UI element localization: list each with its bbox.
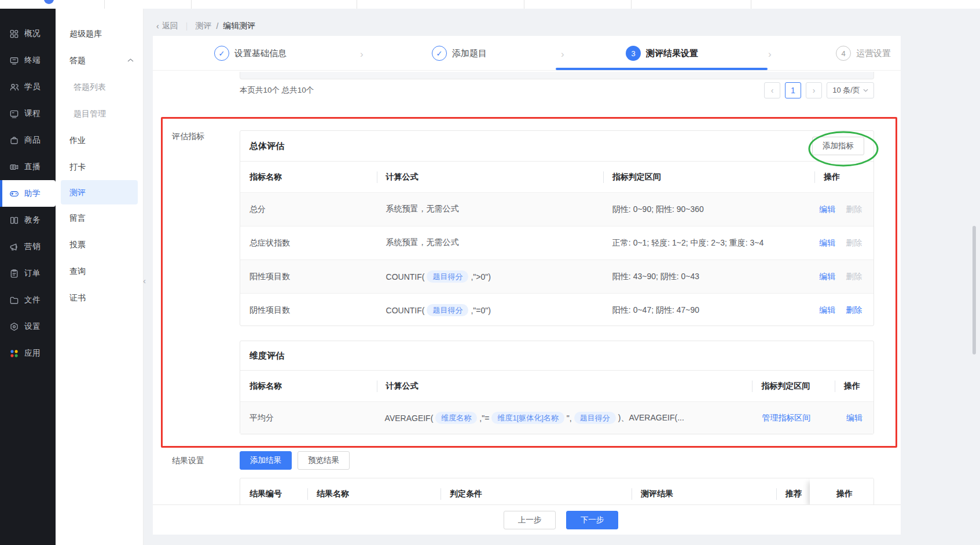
sidebar-item-orders[interactable]: 订单 (0, 260, 56, 287)
back-link[interactable]: ‹返回 (156, 21, 178, 31)
column-header: 操作 (814, 172, 873, 182)
sidebar-collapse-chevron-icon[interactable]: ‹ (143, 272, 150, 288)
step-1[interactable]: ✓设置基础信息 (214, 46, 287, 61)
row-actions: 编辑删除 (814, 272, 873, 282)
live-icon (9, 162, 19, 172)
primary-sidebar: 概况终端学员课程商品直播助学教务营销订单文件设置应用 (0, 9, 56, 545)
submenu-item[interactable]: 测评 (61, 180, 138, 204)
indicator-formula: COUNTIF(题目得分,">0") (377, 270, 603, 283)
academic-icon (9, 215, 19, 225)
add-result-button[interactable]: 添加结果 (240, 451, 292, 470)
manage-range-link[interactable]: 管理指标区间 (762, 413, 810, 422)
next-step-button[interactable]: 下一步 (566, 511, 618, 529)
sidebar-item-label: 营销 (24, 242, 41, 252)
indicator-name: 阴性项目数 (240, 305, 377, 316)
step-3[interactable]: 3测评结果设置 (626, 46, 698, 61)
sidebar-item-terminal[interactable]: 终端 (0, 47, 56, 74)
indicator-name: 平均分 (240, 413, 377, 423)
sidebar-item-academic[interactable]: 教务 (0, 207, 56, 233)
edit-link[interactable]: 编辑 (819, 305, 835, 314)
breadcrumb-divider: ｜ (183, 21, 191, 31)
indicator-range: 阳性: 43~90; 阴性: 0~43 (603, 272, 814, 282)
submenu-item[interactable]: 留言 (56, 204, 143, 231)
partial-logo-icon (44, 0, 54, 4)
sidebar-item-marketing[interactable]: 营销 (0, 233, 56, 260)
active-step-underline (556, 68, 768, 70)
browser-tab-separator (191, 0, 192, 9)
breadcrumb: ‹返回 ｜ 测评 / 编辑测评 (156, 19, 255, 34)
indicator-formula: 系统预置，无需公式 (377, 204, 603, 214)
prev-step-button[interactable]: 上一步 (504, 511, 556, 529)
formula-text: COUNTIF( (386, 306, 425, 315)
formula-text: )、AVERAGEIF(... (618, 413, 684, 422)
pagination-row: 本页共10个 总共10个 ‹ 1 › 10 条/页 (240, 82, 874, 99)
pagination-prev-button[interactable]: ‹ (764, 82, 780, 98)
breadcrumb-current: 编辑测评 (223, 21, 255, 31)
column-header: 指标名称 (240, 381, 377, 392)
browser-top-strip (0, 0, 980, 9)
submenu-item[interactable]: 超级题库 (56, 20, 143, 47)
sidebar-item-files[interactable]: 文件 (0, 287, 56, 313)
browser-tab-separator (524, 0, 524, 9)
chevron-down-icon (863, 89, 868, 92)
pagination-summary: 本页共10个 总共10个 (240, 85, 314, 96)
study-icon (9, 188, 19, 199)
submenu-item[interactable]: 打卡 (56, 153, 143, 180)
sidebar-item-apps[interactable]: 应用 (0, 340, 56, 367)
delete-link: 删除 (846, 238, 862, 247)
submenu-item[interactable]: 答题列表 (56, 74, 143, 100)
table-row: 阳性项目数COUNTIF(题目得分,">0")阳性: 43~90; 阴性: 0~… (240, 259, 873, 293)
row-actions: 编辑删除 (814, 204, 873, 215)
sidebar-item-goods[interactable]: 商品 (0, 127, 56, 153)
row-actions: 编辑删除 (814, 238, 873, 248)
formula-token-pill: 题目得分 (427, 270, 468, 283)
step-4[interactable]: 4运营设置 (836, 46, 891, 61)
sidebar-item-live[interactable]: 直播 (0, 153, 56, 180)
delete-link[interactable]: 删除 (846, 305, 862, 314)
overall-table-body: 总分系统预置，无需公式阴性: 0~90; 阳性: 90~360编辑删除总症状指数… (240, 192, 873, 327)
browser-tab-separator (631, 0, 632, 9)
edit-link[interactable]: 编辑 (819, 272, 835, 281)
sidebar-item-label: 订单 (24, 268, 41, 279)
pagination-page-1[interactable]: 1 (785, 82, 801, 98)
submenu-item[interactable]: 题目管理 (56, 100, 143, 127)
submenu-item[interactable]: 答题 (56, 47, 143, 74)
sidebar-item-label: 概况 (24, 28, 41, 39)
edit-link[interactable]: 编辑 (846, 413, 862, 422)
page-size-select[interactable]: 10 条/页 (827, 82, 874, 98)
submenu-item[interactable]: 证书 (56, 284, 143, 311)
window-scrollbar-thumb[interactable] (972, 226, 976, 354)
indicator-formula: COUNTIF(题目得分,"=0") (377, 304, 603, 316)
submenu-item[interactable]: 查询 (56, 258, 143, 284)
sidebar-item-courses[interactable]: 课程 (0, 100, 56, 127)
sidebar-item-students[interactable]: 学员 (0, 74, 56, 100)
question-table-clipped-edge (240, 72, 874, 79)
sidebar-item-label: 应用 (24, 348, 41, 359)
pagination-next-button[interactable]: › (806, 82, 822, 98)
indicator-formula: AVERAGEIF(维度名称,"=维度1[躯体化]名称",题目得分)、AVERA… (377, 412, 753, 424)
edit-link[interactable]: 编辑 (819, 204, 835, 214)
result-actions: 添加结果 预览结果 (240, 451, 350, 470)
edit-link[interactable]: 编辑 (819, 238, 835, 247)
sidebar-item-overview[interactable]: 概况 (0, 20, 56, 47)
sidebar-item-label: 课程 (24, 108, 41, 119)
app: 概况终端学员课程商品直播助学教务营销订单文件设置应用 超级题库答题答题列表题目管… (0, 0, 980, 545)
step-label: 添加题目 (452, 48, 487, 59)
dimension-assessment-panel: 维度评估 指标名称计算公式指标判定区间操作 平均分AVERAGEIF(维度名称,… (240, 341, 874, 434)
breadcrumb-section[interactable]: 测评 (195, 21, 211, 31)
add-indicator-button[interactable]: 添加指标 (812, 137, 864, 155)
submenu-item[interactable]: 投票 (56, 231, 143, 258)
preview-result-button[interactable]: 预览结果 (298, 451, 350, 470)
sidebar-item-study[interactable]: 助学 (0, 180, 56, 207)
column-header: 结果名称 (307, 489, 441, 499)
sidebar-item-settings[interactable]: 设置 (0, 313, 56, 340)
table-row: 总分系统预置，无需公式阴性: 0~90; 阳性: 90~360编辑删除 (240, 192, 873, 226)
submenu-item-label: 超级题库 (69, 29, 102, 38)
submenu-item[interactable]: 作业 (56, 127, 143, 153)
delete-link: 删除 (846, 204, 862, 214)
indicator-range: 阴性: 0~90; 阳性: 90~360 (603, 204, 814, 215)
sidebar-item-label: 助学 (24, 188, 41, 199)
chevron-left-icon: ‹ (156, 21, 159, 31)
formula-text: ,">0") (471, 272, 490, 281)
step-2[interactable]: ✓添加题目 (432, 46, 487, 61)
